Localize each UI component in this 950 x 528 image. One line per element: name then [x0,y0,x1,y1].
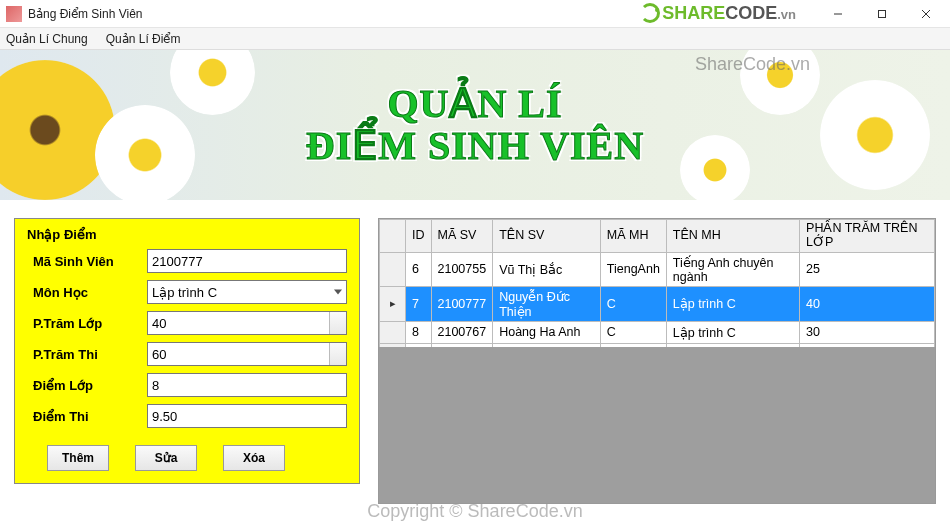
label-masv: Mã Sinh Viên [27,254,147,269]
menu-quan-li-diem[interactable]: Quản Lí Điểm [106,32,181,46]
spinner-ptramlop[interactable]: 40 [147,311,347,335]
svg-rect-1 [879,10,886,17]
table-row[interactable]: 62100755Vũ Thị BắcTiengAnhTiếng Anh chuy… [380,252,935,286]
cell-mamh[interactable]: C [600,321,666,343]
input-diemthi[interactable]: 9.50 [147,404,347,428]
flower-icon [680,135,750,200]
cell-tensv[interactable]: Nguyễn Đức Thiện [493,286,601,321]
input-masv[interactable]: 2100777 [147,249,347,273]
cell-pt[interactable]: 30 [800,321,935,343]
cell-tenmh[interactable]: Lập trình C [666,321,799,343]
flower-icon [95,105,195,200]
them-button[interactable]: Thêm [47,445,109,471]
row-monhoc: Môn Học Lập trình C [27,280,347,304]
input-diemlop[interactable]: 8 [147,373,347,397]
header-tensv[interactable]: TÊN SV [493,220,601,253]
cell-pt[interactable]: 40 [800,286,935,321]
spinner-ptramthi[interactable]: 60 [147,342,347,366]
watermark-sharecode: ShareCode.vn [695,54,810,75]
header-row: ID MÃ SV TÊN SV MÃ MH TÊN MH PHẦN TRĂM T… [380,220,935,253]
label-monhoc: Môn Học [27,285,147,300]
data-grid[interactable]: ID MÃ SV TÊN SV MÃ MH TÊN MH PHẦN TRĂM T… [378,218,936,504]
row-indicator[interactable]: ▸ [380,286,406,321]
row-diemthi: Điểm Thi 9.50 [27,404,347,428]
flower-icon [170,50,255,115]
form-panel: Nhập Điểm Mã Sinh Viên 2100777 Môn Học L… [14,218,360,484]
header-rowselector [380,220,406,253]
row-diemlop: Điểm Lớp 8 [27,373,347,397]
maximize-button[interactable] [860,0,904,28]
cell-mamh[interactable]: C [600,286,666,321]
button-row: Thêm Sửa Xóa [27,435,347,473]
header-id[interactable]: ID [406,220,432,253]
cell-id[interactable]: 6 [406,252,432,286]
cell-masv[interactable]: 2100767 [431,321,493,343]
swirl-icon [640,3,660,23]
row-indicator[interactable] [380,252,406,286]
cell-tenmh[interactable]: Lập trình C [666,286,799,321]
cell-masv[interactable]: 2100755 [431,252,493,286]
label-ptramthi: P.Trăm Thi [27,347,147,362]
app-icon [6,6,22,22]
header-phantram[interactable]: PHẦN TRĂM TRÊN LỚP [800,220,935,253]
header-masv[interactable]: MÃ SV [431,220,493,253]
header-tenmh[interactable]: TÊN MH [666,220,799,253]
sharecode-brand: SHARECODE.vn [640,3,796,24]
row-masv: Mã Sinh Viên 2100777 [27,249,347,273]
banner: ShareCode.vn QUẢN LÍ ĐIỂM SINH VIÊN [0,50,950,200]
window-title: Bảng Điểm Sinh Viên [28,7,143,21]
label-ptramlop: P.Trăm Lớp [27,316,147,331]
cell-id[interactable]: 8 [406,321,432,343]
cell-tensv[interactable]: Hoàng Ha Anh [493,321,601,343]
close-button[interactable] [904,0,948,28]
flower-icon [820,80,930,190]
header-mamh[interactable]: MÃ MH [600,220,666,253]
titlebar: Bảng Điểm Sinh Viên SHARECODE.vn [0,0,950,28]
menu-quan-li-chung[interactable]: Quản Lí Chung [6,32,88,46]
grid-empty-area [379,347,935,503]
flower-icon [0,60,115,200]
cell-id[interactable]: 7 [406,286,432,321]
form-title: Nhập Điểm [27,227,347,242]
row-ptramlop: P.Trăm Lớp 40 [27,311,347,335]
menubar: Quản Lí Chung Quản Lí Điểm [0,28,950,50]
xoa-button[interactable]: Xóa [223,445,285,471]
cell-mamh[interactable]: TiengAnh [600,252,666,286]
row-indicator[interactable] [380,321,406,343]
table-row[interactable]: ▸72100777Nguyễn Đức ThiệnCLập trình C40 [380,286,935,321]
cell-pt[interactable]: 25 [800,252,935,286]
label-diemlop: Điểm Lớp [27,378,147,393]
content-area: Nhập Điểm Mã Sinh Viên 2100777 Môn Học L… [0,200,950,510]
cell-tensv[interactable]: Vũ Thị Bắc [493,252,601,286]
row-ptramthi: P.Trăm Thi 60 [27,342,347,366]
minimize-button[interactable] [816,0,860,28]
banner-title: QUẢN LÍ ĐIỂM SINH VIÊN [306,83,644,167]
table-row[interactable]: 82100767Hoàng Ha AnhCLập trình C30 [380,321,935,343]
cell-tenmh[interactable]: Tiếng Anh chuyên ngành [666,252,799,286]
label-diemthi: Điểm Thi [27,409,147,424]
cell-masv[interactable]: 2100777 [431,286,493,321]
combo-monhoc[interactable]: Lập trình C [147,280,347,304]
sua-button[interactable]: Sửa [135,445,197,471]
